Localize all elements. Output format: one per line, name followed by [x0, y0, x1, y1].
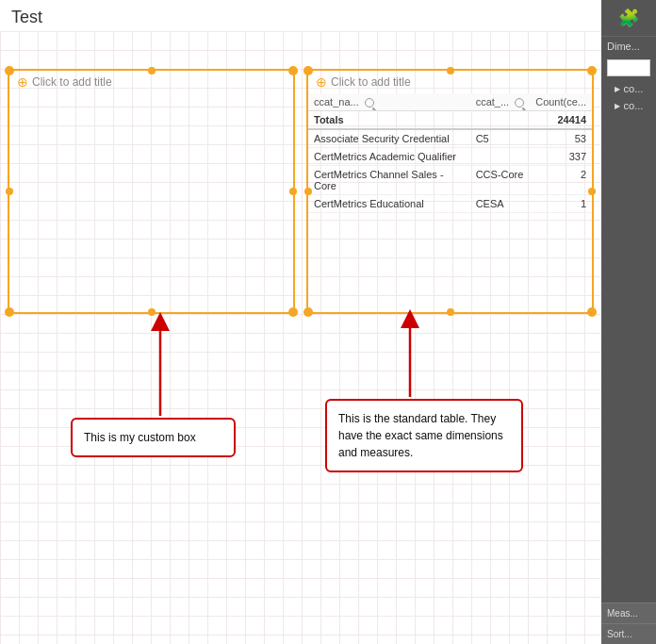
sidebar-expand-1[interactable]: ▶ co... — [609, 80, 649, 97]
data-table: ccat_na... ccat_... Count(ce... — [308, 93, 592, 213]
left-annotation-box: This is my custom box — [71, 418, 236, 457]
search-icon-2[interactable] — [515, 98, 524, 107]
handle-bl[interactable] — [5, 307, 14, 317]
left-annotation-text: This is my custom box — [84, 431, 196, 444]
handle-bm-r[interactable] — [447, 308, 454, 316]
right-annotation-text: This is the standard table. They have th… — [338, 412, 503, 459]
handle-tr-r[interactable] — [587, 66, 597, 75]
sidebar-search-box[interactable] — [607, 59, 650, 76]
canvas-area: ⊕ Click to add title ⊕ Click to add titl… — [0, 31, 601, 644]
sidebar-bottom: Meas... Sort... — [601, 603, 656, 644]
col-header-2[interactable]: ccat_... — [470, 93, 531, 111]
right-widget-title: Click to add title — [331, 75, 411, 89]
page-title: Test — [0, 0, 601, 31]
row-3-col3: 2 — [530, 166, 592, 195]
row-1-col2: C5 — [470, 129, 531, 148]
row-2-col2 — [470, 148, 531, 166]
handle-br-r[interactable] — [587, 307, 597, 317]
sidebar-expand-2[interactable]: ▶ co... — [609, 97, 649, 114]
sidebar-item-2-label: co... — [624, 100, 644, 111]
plus-icon-r: ⊕ — [316, 74, 327, 90]
col-header-3[interactable]: Count(ce... — [530, 93, 592, 111]
row-1-col3: 53 — [530, 129, 592, 148]
handle-lm-r[interactable] — [304, 188, 312, 195]
handle-tl-r[interactable] — [303, 66, 313, 75]
dimensions-label: Dime... — [607, 41, 640, 52]
handle-lm[interactable] — [6, 188, 13, 195]
sidebar-measures-item[interactable]: Meas... — [601, 603, 656, 623]
main-area: Test ⊕ Click to add title — [0, 0, 601, 644]
sidebar-item-1-label: co... — [624, 83, 644, 94]
right-widget[interactable]: ⊕ Click to add title ccat_na... ccat_... — [306, 69, 594, 314]
handle-bl-r[interactable] — [303, 307, 313, 317]
row-4-col3: 1 — [530, 195, 592, 213]
sidebar-dimensions-section: Dime... — [601, 36, 656, 56]
row-2-col3: 337 — [530, 148, 592, 166]
row-3-col1: CertMetrics Channel Sales - Core — [308, 166, 470, 195]
row-3-col2: CCS-Core — [470, 166, 531, 195]
totals-row: Totals 24414 — [308, 111, 592, 130]
left-widget[interactable]: ⊕ Click to add title — [8, 69, 295, 314]
right-annotation-box: This is the standard table. They have th… — [325, 399, 523, 472]
table-row: CertMetrics Academic Qualifier 337 — [308, 148, 592, 166]
table-row: Associate Security Credential C5 53 — [308, 129, 592, 148]
handle-br[interactable] — [288, 307, 298, 317]
sidebar-top: 🧩 — [601, 0, 656, 36]
expand-arrow-1: ▶ — [615, 85, 620, 93]
puzzle-icon: 🧩 — [618, 8, 639, 28]
row-4-col1: CertMetrics Educational — [308, 195, 470, 213]
plus-icon: ⊕ — [17, 74, 28, 90]
handle-rm[interactable] — [289, 188, 297, 195]
search-icon-1[interactable] — [365, 98, 374, 107]
handle-rm-r[interactable] — [588, 188, 596, 195]
table-row: CertMetrics Channel Sales - Core CCS-Cor… — [308, 166, 592, 195]
left-widget-title: Click to add title — [32, 75, 112, 89]
row-2-col1: CertMetrics Academic Qualifier — [308, 148, 470, 166]
totals-count: 24414 — [530, 111, 592, 130]
handle-tm-r[interactable] — [447, 67, 454, 74]
handle-tm[interactable] — [148, 67, 156, 74]
col-header-1[interactable]: ccat_na... — [308, 93, 470, 111]
handle-tl[interactable] — [5, 66, 14, 75]
handle-bm[interactable] — [148, 308, 156, 316]
table-row: CertMetrics Educational CESA 1 — [308, 195, 592, 213]
row-1-col1: Associate Security Credential — [308, 129, 470, 148]
right-sidebar: 🧩 Dime... ▶ co... ▶ co... Meas... Sort..… — [601, 0, 656, 644]
totals-label: Totals — [308, 111, 470, 130]
totals-col2 — [470, 111, 531, 130]
handle-tr[interactable] — [288, 66, 298, 75]
expand-arrow-2: ▶ — [615, 102, 620, 110]
row-4-col2: CESA — [470, 195, 531, 213]
sidebar-sort-item[interactable]: Sort... — [601, 623, 656, 644]
